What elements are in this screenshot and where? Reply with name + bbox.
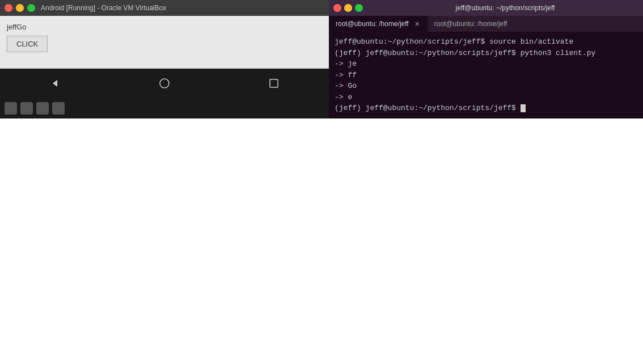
minimize-button[interactable] (16, 4, 24, 12)
svg-marker-0 (53, 80, 57, 87)
maximize-button[interactable] (27, 4, 35, 12)
terminal-content[interactable]: jeff@ubuntu:~/python/scripts/jeff$ sourc… (329, 32, 643, 118)
terminal-line-1: jeff@ubuntu:~/python/scripts/jeff$ sourc… (335, 36, 637, 48)
taskbar-icon-2[interactable] (20, 102, 33, 115)
terminal-titlebar: jeff@ubuntu: ~/python/scripts/jeff (329, 0, 643, 16)
terminal-line-2: (jeff) jeff@ubuntu:~/python/scripts/jeff… (335, 48, 637, 59)
terminal-close-button[interactable] (333, 4, 341, 12)
home-icon[interactable] (153, 72, 176, 95)
taskbar-icon-1[interactable] (5, 102, 17, 115)
terminal-tabs: root@ubuntu: /home/jeff ✕ root@ubuntu: /… (329, 16, 643, 32)
tab2-label: root@ubuntu: /home/jeff (434, 20, 507, 28)
terminal-cursor (521, 104, 526, 112)
terminal-window-title: jeff@ubuntu: ~/python/scripts/jeff (367, 4, 643, 12)
android-navbar (0, 69, 329, 98)
virtualbox-title: Android [Running] - Oracle VM VirtualBox (41, 4, 166, 12)
app-label: jeffGo (7, 23, 322, 31)
terminal-window-controls[interactable] (329, 4, 367, 12)
terminal-line-4: -> ff (335, 70, 637, 81)
android-app-area: jeffGo CLICK (0, 16, 329, 69)
terminal-tab-2[interactable]: root@ubuntu: /home/jeff (428, 16, 514, 32)
window-controls[interactable] (5, 4, 35, 12)
terminal-maximize-button[interactable] (355, 4, 363, 12)
tab1-label: root@ubuntu: /home/jeff (336, 20, 409, 28)
click-button[interactable]: CLICK (7, 36, 48, 52)
recent-icon[interactable] (263, 72, 285, 95)
svg-point-1 (160, 79, 169, 88)
terminal-line-3: -> je (335, 58, 637, 70)
android-taskbar (0, 98, 329, 118)
taskbar-icon-3[interactable] (36, 102, 49, 115)
close-button[interactable] (5, 4, 12, 12)
virtualbox-titlebar: Android [Running] - Oracle VM VirtualBox (0, 0, 329, 16)
svg-rect-2 (270, 79, 278, 87)
back-icon[interactable] (44, 72, 66, 95)
terminal-line-5: -> Go (335, 81, 637, 92)
terminal-line-6: -> e (335, 92, 637, 103)
tab1-close[interactable]: ✕ (413, 20, 421, 28)
terminal-panel: jeff@ubuntu: ~/python/scripts/jeff root@… (329, 0, 643, 118)
terminal-line-7: (jeff) jeff@ubuntu:~/python/scripts/jeff… (335, 103, 637, 114)
terminal-tab-1[interactable]: root@ubuntu: /home/jeff ✕ (329, 16, 428, 32)
terminal-minimize-button[interactable] (344, 4, 352, 12)
taskbar-icon-4[interactable] (52, 102, 65, 115)
